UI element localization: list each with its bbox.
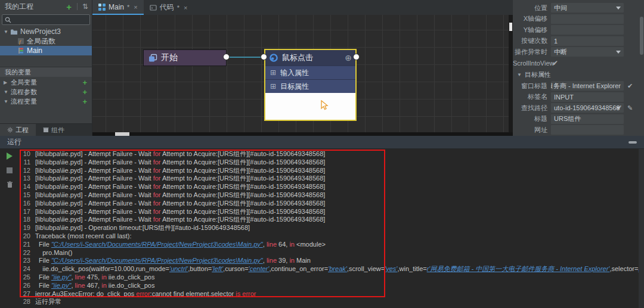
url-input[interactable] bbox=[551, 125, 624, 135]
properties-scrollbar[interactable] bbox=[640, 17, 643, 55]
target-props-section-header[interactable]: ▼ 目标属性 bbox=[513, 70, 644, 80]
prop-row-on-error: 操作异常时 中断 bbox=[513, 46, 644, 58]
output-port[interactable] bbox=[353, 54, 360, 60]
log-line: 12[lib\ubpa\iie.pyd] - Attempt Failure -… bbox=[20, 167, 639, 175]
editor-tab-code[interactable]: 代码 * × bbox=[144, 0, 194, 15]
log-text-segment: [lib\ubpa\iie.pyd] - Attempt Failure - W… bbox=[35, 216, 153, 223]
log-text-segment: [lib\ubpa\iie.pyd] - Attempt Failure - W… bbox=[35, 208, 153, 215]
log-link[interactable]: 'center' bbox=[249, 265, 270, 272]
click-count-input[interactable]: 1 bbox=[551, 36, 624, 46]
tab-project[interactable]: 工程 bbox=[0, 124, 36, 136]
variable-group-flow[interactable]: ▼ 流程变量 + bbox=[0, 97, 92, 106]
log-link[interactable]: 'left' bbox=[212, 265, 223, 272]
mouse-click-node[interactable]: 鼠标点击 ⊕ ⊞ 输入属性 ⊞ 目标属性 bbox=[264, 49, 357, 121]
variable-group-global[interactable]: ▶ 全局变量 + bbox=[0, 77, 92, 87]
chevron-down-icon[interactable]: ▼ bbox=[4, 99, 10, 104]
input-value: 件服务商 - Internet Explorer bbox=[551, 82, 621, 91]
run-console: 运行 10[lib\ubpa\iie.pyd] - Attempt Failur… bbox=[0, 136, 644, 308]
editor-tab-main[interactable]: Main * × bbox=[92, 0, 144, 15]
collapse-sort-icon[interactable]: ⇅ bbox=[82, 2, 88, 11]
run-button[interactable] bbox=[7, 153, 13, 160]
prop-row-title: 标题 URS组件 bbox=[513, 114, 644, 125]
x-offset-input[interactable] bbox=[551, 14, 624, 24]
node-row-target-props[interactable]: ⊞ 目标属性 bbox=[265, 79, 355, 93]
log-line-number: 11 bbox=[20, 158, 30, 167]
console-scrollbar[interactable] bbox=[639, 149, 644, 308]
title-input[interactable]: URS组件 bbox=[551, 114, 624, 124]
log-line-number: 18 bbox=[20, 216, 30, 224]
mouse-click-node-header[interactable]: 鼠标点击 ⊕ bbox=[265, 50, 355, 66]
select-value: 中断 bbox=[554, 48, 567, 57]
log-text-segment: [lib\ubpa\iie.pyd] - Attempt Failure - W… bbox=[35, 167, 153, 174]
check-icon[interactable]: ✔ bbox=[627, 82, 633, 90]
log-text-segment: Traceback (most recent call last): bbox=[35, 232, 132, 239]
chevron-right-icon[interactable]: ▶ bbox=[4, 80, 10, 85]
tab-label: Main bbox=[109, 3, 124, 11]
log-line: 13[lib\ubpa\iie.pyd] - Attempt Failure -… bbox=[20, 175, 639, 183]
log-text-segment: [lib\ubpa\iie.pyd] - Attempt Failure - W… bbox=[35, 150, 153, 157]
edit-pencil-icon[interactable]: ✎ bbox=[627, 104, 633, 112]
log-text-segment: ,curson= bbox=[223, 265, 249, 272]
on-error-select[interactable]: 中断 bbox=[551, 47, 624, 57]
variable-group-params[interactable]: ▼ 流程参数 + bbox=[0, 87, 92, 97]
stop-button[interactable] bbox=[7, 167, 13, 173]
tree-item-project[interactable]: ▼ NewProject3 bbox=[0, 27, 92, 36]
selector-path-select[interactable]: uto-id-1590649348568' bbox=[551, 103, 624, 113]
trash-icon[interactable] bbox=[7, 181, 13, 188]
log-link[interactable]: r'网易免费邮箱 - 中国第一大电子邮件服务商 - Internet Explo… bbox=[427, 265, 610, 272]
window-title-input[interactable]: 件服务商 - Internet Explorer bbox=[551, 81, 624, 91]
log-line-number: 26 bbox=[20, 282, 30, 290]
log-link[interactable]: "C:/Users/i-Search/Documents/RPA/Project… bbox=[51, 241, 263, 248]
node-row-input-props[interactable]: ⊞ 输入属性 bbox=[265, 66, 355, 79]
target-crosshair-icon[interactable]: ⊕ bbox=[345, 54, 352, 62]
log-link[interactable]: "C:/Users/i-Search/Documents/RPA/Project… bbox=[51, 257, 263, 264]
node-row-label: 输入属性 bbox=[280, 68, 309, 78]
box-icon bbox=[43, 127, 49, 133]
log-text-segment: ,continue_on_error= bbox=[269, 265, 328, 272]
close-icon[interactable]: × bbox=[134, 4, 137, 11]
canvas-vscrollbar[interactable] bbox=[509, 15, 513, 136]
log-text-segment: Attempt to Acquire:[URS组件][#auto-id-1590… bbox=[161, 191, 326, 198]
add-icon[interactable]: + bbox=[82, 98, 87, 105]
minimize-icon[interactable] bbox=[628, 141, 637, 144]
close-icon[interactable]: × bbox=[184, 4, 187, 11]
tab-components[interactable]: 组件 bbox=[36, 124, 72, 136]
log-text-segment: in bbox=[289, 241, 295, 248]
add-icon[interactable]: + bbox=[82, 79, 87, 86]
log-text-segment: 467, bbox=[85, 282, 102, 289]
add-icon[interactable]: + bbox=[66, 2, 72, 11]
log-link[interactable]: 'break' bbox=[328, 265, 347, 272]
position-select[interactable]: 中间 bbox=[551, 3, 624, 13]
log-link[interactable]: "iie.py" bbox=[51, 282, 72, 289]
y-offset-input[interactable] bbox=[551, 25, 624, 35]
prop-row-window-title: 窗口标题 件服务商 - Internet Explorer ✔ bbox=[513, 80, 644, 92]
expand-icon[interactable]: ⊞ bbox=[270, 83, 276, 90]
log-link[interactable]: 'yes' bbox=[385, 265, 397, 272]
log-text-segment: for bbox=[153, 191, 161, 198]
log-link[interactable]: "iie.py" bbox=[51, 273, 72, 281]
chevron-down-icon[interactable]: ▼ bbox=[4, 89, 10, 95]
log-text-segment: File bbox=[35, 273, 51, 281]
checkbox-checked-icon[interactable]: ✔ bbox=[552, 59, 558, 67]
tree-item-global-functions[interactable]: f 全局函数 bbox=[0, 36, 92, 46]
log-text-segment: is error bbox=[236, 290, 256, 297]
prop-row-click-count: 按键次数 1 bbox=[513, 36, 644, 47]
select-value: uto-id-1590649348568' bbox=[554, 104, 621, 111]
tree-item-main[interactable]: Main bbox=[0, 46, 92, 55]
flowchart-tab-icon bbox=[98, 4, 106, 11]
search-input[interactable] bbox=[14, 16, 87, 23]
log-text-segment: Attempt to Acquire:[URS组件][#auto-id-1590… bbox=[161, 208, 326, 215]
project-search[interactable] bbox=[2, 14, 90, 25]
log-text-segment: for bbox=[153, 216, 161, 223]
output-port[interactable] bbox=[223, 54, 230, 60]
expand-icon[interactable]: ⊞ bbox=[270, 69, 276, 76]
start-node[interactable]: 开始 bbox=[143, 49, 227, 66]
chevron-down-icon[interactable]: ▼ bbox=[3, 29, 9, 35]
modified-indicator: * bbox=[177, 4, 179, 11]
log-link[interactable]: 'unctrl' bbox=[169, 265, 188, 272]
input-port[interactable] bbox=[261, 54, 267, 60]
tag-name-input[interactable]: INPUT bbox=[551, 92, 624, 102]
add-icon[interactable]: + bbox=[82, 88, 87, 96]
scroll-thumb[interactable] bbox=[509, 23, 512, 31]
flow-canvas[interactable]: 开始 鼠标点击 ⊕ ⊞ 输入属性 ⊞ 目标属性 bbox=[92, 15, 513, 136]
